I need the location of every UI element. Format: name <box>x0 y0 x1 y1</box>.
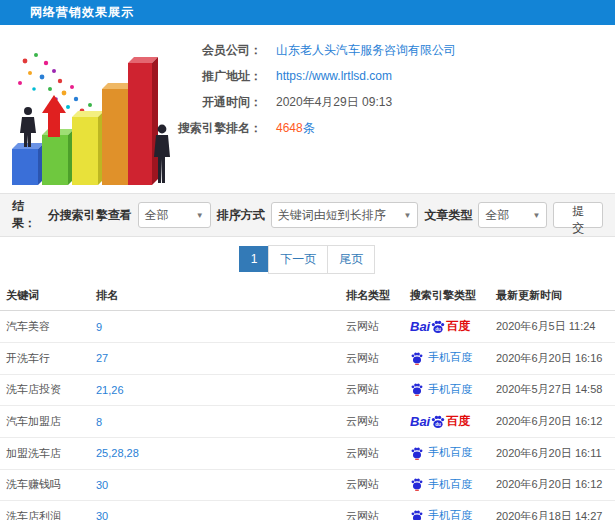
mobile-baidu-label: 手机百度 <box>428 350 472 365</box>
mobile-baidu-logo: 手机百度 <box>410 350 472 365</box>
member-company-label: 会员公司： <box>172 42 262 59</box>
rank-cell: 30 <box>90 469 340 501</box>
rank-link[interactable]: 27 <box>96 352 108 364</box>
col-engine-type: 搜索引擎类型 <box>404 281 490 311</box>
keyword-cell: 加盟洗车店 <box>0 438 90 470</box>
filter-bar: 结果： 分搜索引擎查看 全部 ▼ 排序方式 关键词由短到长排序 ▼ 文章类型 全… <box>0 193 615 237</box>
table-header-row: 关键词 排名 排名类型 搜索引擎类型 最新更新时间 <box>0 281 615 311</box>
mobile-baidu-label: 手机百度 <box>428 508 472 520</box>
engine-filter-select[interactable]: 全部 ▼ <box>138 202 211 228</box>
results-table-body: 汽车美容9云网站Baidu百度2020年6月5日 11:24开洗车行27云网站手… <box>0 311 615 520</box>
baidu-paw-icon <box>410 446 424 460</box>
rank-cell: 21,26 <box>90 374 340 406</box>
pagination: 1 下一页 尾页 <box>0 237 615 281</box>
table-row: 汽车加盟店8云网站Baidu百度2020年6月20日 16:12 <box>0 406 615 438</box>
table-row: 开洗车行27云网站手机百度2020年6月20日 16:16 <box>0 343 615 375</box>
article-filter-label: 文章类型 <box>424 207 472 224</box>
mobile-baidu-label: 手机百度 <box>428 445 472 460</box>
engine-type-cell: 手机百度 <box>404 438 490 470</box>
article-filter-select[interactable]: 全部 ▼ <box>478 202 547 228</box>
person-left <box>20 107 36 147</box>
rank-type-cell: 云网站 <box>340 501 404 520</box>
engine-type-cell: 手机百度 <box>404 374 490 406</box>
table-row: 洗车赚钱吗30云网站手机百度2020年6月20日 16:12 <box>0 469 615 501</box>
baidu-paw-icon <box>410 509 424 520</box>
mobile-baidu-logo: 手机百度 <box>410 508 472 520</box>
baidu-paw-icon <box>410 351 424 365</box>
page-1-button[interactable]: 1 <box>239 246 270 272</box>
baidu-logo-text: Bai <box>410 319 430 334</box>
engine-rank-count: 4648 <box>276 121 303 135</box>
rank-type-cell: 云网站 <box>340 469 404 501</box>
col-keyword: 关键词 <box>0 281 90 311</box>
submit-button[interactable]: 提交 <box>553 202 603 228</box>
result-label: 结果： <box>12 198 48 232</box>
rank-link[interactable]: 8 <box>96 416 102 428</box>
rank-link[interactable]: 21,26 <box>96 384 124 396</box>
mobile-baidu-logo: 手机百度 <box>410 382 472 397</box>
sort-filter-value: 关键词由短到长排序 <box>278 207 386 224</box>
keyword-cell: 开洗车行 <box>0 343 90 375</box>
update-time-cell: 2020年6月5日 11:24 <box>490 311 615 343</box>
table-row: 汽车美容9云网站Baidu百度2020年6月5日 11:24 <box>0 311 615 343</box>
baidu-paw-icon: du <box>430 319 446 335</box>
bar-chart-illustration <box>0 25 172 193</box>
next-page-button[interactable]: 下一页 <box>268 245 328 274</box>
chevron-down-icon: ▼ <box>533 211 541 220</box>
article-filter-value: 全部 <box>485 207 509 224</box>
col-update-time: 最新更新时间 <box>490 281 615 311</box>
sort-filter-label: 排序方式 <box>217 207 265 224</box>
baidu-paw-icon: du <box>430 414 446 430</box>
rank-type-cell: 云网站 <box>340 311 404 343</box>
sort-filter-select[interactable]: 关键词由短到长排序 ▼ <box>271 202 419 228</box>
baidu-logo-text: Bai <box>410 414 430 429</box>
open-time-value: 2020年4月29日 09:13 <box>276 94 392 111</box>
promo-url-link[interactable]: https://www.lrtlsd.com <box>276 69 392 83</box>
keyword-cell: 洗车赚钱吗 <box>0 469 90 501</box>
engine-rank-unit: 条 <box>303 121 315 135</box>
keyword-cell: 洗车店利润 <box>0 501 90 520</box>
rank-link[interactable]: 30 <box>96 479 108 491</box>
table-row: 加盟洗车店25,28,28云网站手机百度2020年6月20日 16:11 <box>0 438 615 470</box>
engine-type-cell: 手机百度 <box>404 343 490 375</box>
mobile-baidu-label: 手机百度 <box>428 477 472 492</box>
rank-type-cell: 云网站 <box>340 343 404 375</box>
rank-link[interactable]: 9 <box>96 321 102 333</box>
engine-type-cell: 手机百度 <box>404 501 490 520</box>
member-company-row: 会员公司： 山东老人头汽车服务咨询有限公司 <box>172 37 615 63</box>
update-time-cell: 2020年6月20日 16:12 <box>490 469 615 501</box>
col-rank-type: 排名类型 <box>340 281 404 311</box>
svg-text:du: du <box>435 421 441 426</box>
engine-type-cell: 手机百度 <box>404 469 490 501</box>
baidu-logo-cn: 百度 <box>446 413 470 430</box>
keyword-cell: 汽车美容 <box>0 311 90 343</box>
baidu-logo: Baidu百度 <box>410 318 470 335</box>
update-time-cell: 2020年6月20日 16:16 <box>490 343 615 375</box>
rank-link[interactable]: 30 <box>96 510 108 520</box>
engine-type-cell: Baidu百度 <box>404 406 490 438</box>
member-company-link[interactable]: 山东老人头汽车服务咨询有限公司 <box>276 42 456 59</box>
promo-url-label: 推广地址： <box>172 68 262 85</box>
rank-cell: 30 <box>90 501 340 520</box>
update-time-cell: 2020年5月27日 14:58 <box>490 374 615 406</box>
mobile-baidu-logo: 手机百度 <box>410 445 472 460</box>
page-header: 网络营销效果展示 <box>0 0 615 25</box>
page-title: 网络营销效果展示 <box>30 4 134 21</box>
engine-rank-label: 搜索引擎排名： <box>172 120 262 137</box>
engine-rank-row: 搜索引擎排名： 4648条 <box>172 115 615 141</box>
engine-type-cell: Baidu百度 <box>404 311 490 343</box>
open-time-row: 开通时间： 2020年4月29日 09:13 <box>172 89 615 115</box>
last-page-button[interactable]: 尾页 <box>327 245 375 274</box>
table-row: 洗车店投资21,26云网站手机百度2020年5月27日 14:58 <box>0 374 615 406</box>
rank-cell: 8 <box>90 406 340 438</box>
chevron-down-icon: ▼ <box>196 211 204 220</box>
engine-filter-label: 分搜索引擎查看 <box>48 207 132 224</box>
rank-cell: 25,28,28 <box>90 438 340 470</box>
svg-text:du: du <box>435 326 441 331</box>
company-info-section: 会员公司： 山东老人头汽车服务咨询有限公司 推广地址： https://www.… <box>0 25 615 193</box>
engine-filter-value: 全部 <box>145 207 169 224</box>
baidu-paw-icon <box>410 477 424 491</box>
promo-url-row: 推广地址： https://www.lrtlsd.com <box>172 63 615 89</box>
rank-link[interactable]: 25,28,28 <box>96 447 139 459</box>
col-rank: 排名 <box>90 281 340 311</box>
